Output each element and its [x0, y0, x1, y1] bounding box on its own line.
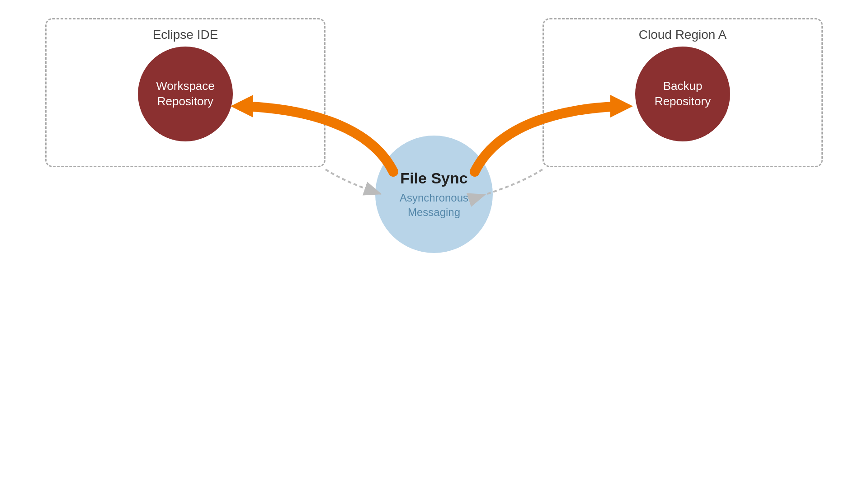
file-sync-circle: File Sync AsynchronousMessaging [375, 136, 493, 253]
backup-repository-label: BackupRepository [655, 79, 711, 109]
async-messaging-label: AsynchronousMessaging [400, 191, 468, 219]
eclipse-ide-box: Eclipse IDE WorkspaceRepository [45, 18, 326, 167]
workspace-repository-label: WorkspaceRepository [156, 79, 215, 109]
diagram-container: Eclipse IDE WorkspaceRepository Cloud Re… [0, 0, 868, 488]
workspace-repository-circle: WorkspaceRepository [138, 47, 233, 141]
cloud-region-label: Cloud Region A [544, 28, 821, 42]
eclipse-ide-label: Eclipse IDE [47, 28, 324, 42]
file-sync-label: File Sync [400, 169, 467, 187]
cloud-region-box: Cloud Region A BackupRepository [542, 18, 823, 167]
backup-repository-circle: BackupRepository [635, 47, 730, 141]
